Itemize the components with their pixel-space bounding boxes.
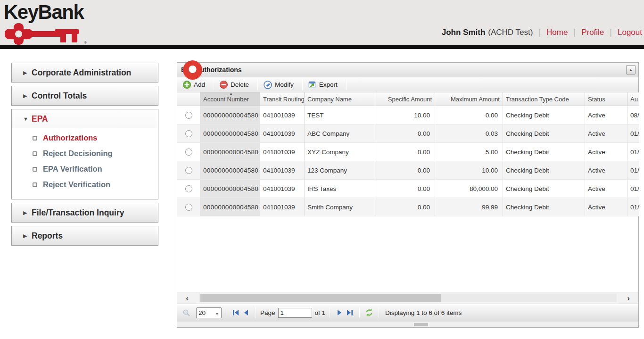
- sidebar-item-reject-verification[interactable]: Reject Verification: [12, 177, 158, 192]
- sort-ascending-icon: ▲: [229, 92, 233, 96]
- transaction-type-cell: Checking Debit: [503, 143, 585, 161]
- specific-amount-cell: 0.00: [375, 198, 435, 216]
- page-label: Page: [260, 309, 275, 316]
- maximum-amount-cell: 5.00: [435, 143, 503, 161]
- sidebar-header-corporate-administration[interactable]: ▶ Corporate Administration: [12, 63, 158, 82]
- auth-cell-clipped: 01/: [627, 180, 639, 198]
- nav-separator: |: [573, 27, 576, 37]
- toolbar-separator: [214, 80, 214, 90]
- specific-amount-cell: 0.00: [375, 180, 435, 198]
- status-cell: Active: [585, 198, 627, 216]
- user-nav: John Smith (ACHD Test) | Home | Profile …: [442, 27, 642, 37]
- sidebar-item-epa-verification[interactable]: EPA Verification: [12, 161, 158, 177]
- page-number-input[interactable]: [278, 308, 312, 318]
- add-icon: [183, 81, 191, 89]
- nav-link-home[interactable]: Home: [546, 28, 568, 37]
- panel-collapse-button[interactable]: ▲: [626, 65, 636, 74]
- specific-amount-cell: 0.00: [375, 161, 435, 179]
- column-header-select[interactable]: [177, 92, 200, 106]
- grid-toolbar: Add Delete Modify: [177, 77, 638, 92]
- grid-header-row: ▲ Account Number Transit Routing Company…: [177, 92, 639, 106]
- horizontal-scrollbar: ‹ ›: [177, 292, 638, 304]
- square-bullet-icon: [33, 182, 37, 187]
- status-cell: Active: [585, 143, 627, 161]
- first-page-icon[interactable]: [231, 307, 241, 318]
- column-header-label: Account Number: [203, 96, 249, 103]
- column-header-company-name[interactable]: Company Name: [305, 92, 375, 106]
- page-of-label: of 1: [315, 309, 326, 316]
- chevron-right-icon: ▶: [23, 210, 32, 216]
- maximum-amount-cell: 80,000.00: [435, 180, 503, 198]
- scrollbar-thumb[interactable]: [200, 294, 441, 302]
- toolbar-separator: [257, 80, 258, 90]
- table-row[interactable]: 000000000004580 041001039 XYZ Company 0.…: [177, 143, 639, 161]
- export-button[interactable]: Export: [305, 79, 343, 91]
- table-row[interactable]: 000000000004580 041001039 IRS Taxes 0.00…: [177, 180, 639, 198]
- sidebar-header-epa[interactable]: ▼ EPA: [12, 109, 158, 128]
- radio-button[interactable]: [185, 112, 192, 119]
- sidebar-header-file-transaction-inquiry[interactable]: ▶ File/Transaction Inquiry: [12, 203, 158, 222]
- column-header-status[interactable]: Status: [585, 92, 627, 106]
- nav-link-profile[interactable]: Profile: [581, 28, 604, 37]
- column-header-auth-clipped[interactable]: Au: [627, 92, 639, 106]
- scroll-right-arrow[interactable]: ›: [619, 292, 638, 304]
- export-button-label: Export: [319, 81, 338, 88]
- app-header: KeyBank ® John Smith (ACHD Test) | Home …: [0, 0, 644, 45]
- radio-button[interactable]: [185, 167, 192, 174]
- sidebar-item-label: Authorizations: [43, 133, 98, 142]
- column-header-specific-amount[interactable]: Specific Amount: [375, 92, 435, 106]
- sidebar-item-label: Reject Verification: [43, 180, 110, 189]
- trademark-symbol: ®: [84, 41, 87, 45]
- table-row[interactable]: 000000000004580 041001039 Smith Company …: [177, 198, 639, 216]
- maximum-amount-cell: 0.00: [435, 106, 503, 124]
- status-cell: Active: [585, 161, 627, 179]
- account-number-cell: 000000000004580: [200, 143, 260, 161]
- table-row[interactable]: 000000000004580 041001039 123 Company 0.…: [177, 161, 639, 180]
- transit-routing-cell: 041001039: [260, 143, 305, 161]
- user-name: John Smith: [442, 28, 486, 37]
- refresh-icon[interactable]: [364, 307, 374, 318]
- scroll-left-arrow[interactable]: ‹: [177, 292, 197, 304]
- radio-button[interactable]: [185, 149, 192, 156]
- column-header-account-number[interactable]: ▲ Account Number: [200, 92, 260, 106]
- column-header-transit-routing[interactable]: Transit Routing: [260, 92, 305, 106]
- nav-link-logout[interactable]: Logout: [618, 28, 642, 37]
- auth-cell-clipped: 01/: [627, 143, 639, 161]
- delete-button[interactable]: Delete: [217, 79, 255, 91]
- pager-separator: [226, 307, 226, 318]
- column-header-maximum-amount[interactable]: Maximum Amount: [435, 92, 503, 106]
- sidebar-item-reject-decisioning[interactable]: Reject Decisioning: [12, 146, 158, 161]
- column-header-transaction-type-code[interactable]: Transaction Type Code: [503, 92, 585, 106]
- specific-amount-cell: 10.00: [375, 106, 435, 124]
- sidebar-panel-label: Control Totals: [32, 91, 87, 101]
- maximum-amount-cell: 99.99: [435, 198, 503, 216]
- next-page-icon[interactable]: [334, 307, 345, 318]
- resize-handle[interactable]: [414, 323, 428, 326]
- previous-page-icon[interactable]: [241, 307, 251, 318]
- table-row[interactable]: 000000000004580 041001039 ABC Company 0.…: [177, 124, 639, 143]
- radio-button[interactable]: [185, 204, 192, 211]
- table-row[interactable]: 000000000004580 041001039 TEST 10.00 0.0…: [177, 106, 639, 124]
- sidebar-header-reports[interactable]: ▶ Reports: [12, 226, 158, 245]
- sidebar-item-authorizations[interactable]: Authorizations: [12, 130, 158, 146]
- radio-button[interactable]: [185, 185, 192, 192]
- toolbar-separator: [302, 80, 303, 90]
- user-context: (ACHD Test): [488, 28, 533, 37]
- pager-separator: [256, 307, 256, 318]
- last-page-icon[interactable]: [345, 307, 355, 318]
- grid-empty-area: [177, 216, 638, 292]
- add-button[interactable]: Add: [180, 79, 211, 91]
- radio-button[interactable]: [185, 130, 192, 137]
- scrollbar-track[interactable]: [199, 294, 617, 302]
- modify-button[interactable]: Modify: [261, 79, 299, 91]
- search-icon[interactable]: [181, 307, 191, 318]
- transaction-type-cell: Checking Debit: [503, 106, 585, 124]
- sidebar-item-label: Reject Decisioning: [43, 149, 113, 158]
- auth-cell-clipped: 08/: [627, 106, 639, 124]
- sidebar-header-control-totals[interactable]: ▶ Control Totals: [12, 86, 158, 105]
- transit-routing-cell: 041001039: [260, 198, 305, 216]
- square-bullet-icon: [33, 136, 37, 141]
- row-select-cell: [177, 124, 200, 142]
- export-icon: [308, 81, 316, 89]
- page-size-select[interactable]: 20 ⌄: [196, 307, 222, 318]
